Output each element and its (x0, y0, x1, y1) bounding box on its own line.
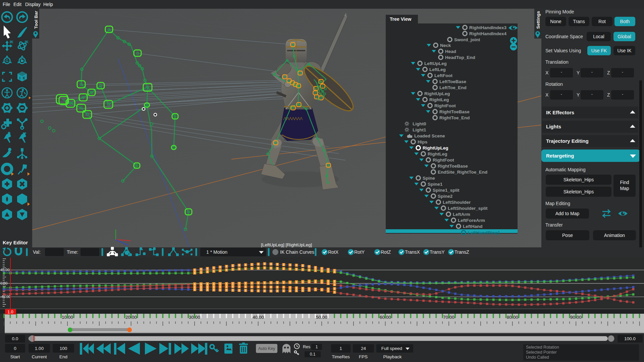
svg-text:Both: Both (620, 19, 630, 24)
svg-text:FPS: FPS (359, 354, 368, 359)
svg-text:EndSite_RightToe_End: EndSite_RightToe_End (438, 170, 487, 175)
svg-text:[LeftUpLeg] [RightUpLeg]: [LeftUpLeg] [RightUpLeg] (261, 242, 312, 247)
svg-text:-: - (622, 92, 623, 97)
svg-text:1: 1 (339, 346, 342, 351)
svg-text:Global: Global (618, 34, 631, 39)
svg-text:Lights: Lights (546, 124, 561, 129)
svg-text:Hips: Hips (418, 139, 427, 144)
svg-text:-: - (561, 92, 562, 97)
svg-text:LeftForeArm: LeftForeArm (458, 218, 485, 223)
svg-text:RotX: RotX (328, 249, 339, 255)
svg-text:RotZ: RotZ (381, 249, 391, 255)
svg-text:RightLeg: RightLeg (429, 97, 449, 102)
svg-text:Light1: Light1 (413, 127, 426, 132)
svg-text:I: I (19, 76, 20, 80)
svg-text:Translation: Translation (545, 59, 569, 65)
svg-text:LeftToe_End: LeftToe_End (439, 85, 467, 90)
svg-text:LeftToeBase: LeftToeBase (439, 79, 467, 84)
svg-text:Z: Z (607, 70, 610, 75)
svg-text:0: 0 (14, 346, 16, 351)
svg-text:LeftHandRing1: LeftHandRing1 (468, 230, 500, 235)
svg-text:RightToe_End: RightToe_End (439, 115, 470, 120)
svg-text:RightHandIndex3: RightHandIndex3 (469, 25, 506, 30)
svg-text:IK: IK (10, 40, 13, 44)
svg-text:Spine1: Spine1 (428, 182, 443, 187)
svg-text:Rotation: Rotation (545, 81, 563, 87)
svg-text:LeftArm: LeftArm (453, 212, 470, 217)
svg-text:IK: IK (25, 40, 29, 44)
svg-text:Spine: Spine (423, 176, 435, 181)
svg-text:Res: Res (303, 345, 310, 349)
svg-text:Time:: Time: (67, 249, 78, 255)
svg-text:Playback: Playback (383, 354, 402, 359)
svg-text:X: X (545, 92, 549, 98)
svg-text:RightHandIndex4: RightHandIndex4 (469, 31, 506, 36)
svg-text:60.00: 60.00 (380, 315, 391, 320)
svg-text:Selected Pointer: Selected Pointer (526, 350, 557, 355)
svg-text:Start: Start (10, 354, 20, 359)
svg-text:-45.00: -45.00 (0, 295, 10, 299)
svg-text:None: None (550, 19, 561, 24)
svg-text:RightLeg: RightLeg (428, 152, 447, 157)
svg-text:Light0: Light0 (413, 121, 426, 126)
svg-text:Key Editor: Key Editor (3, 240, 28, 245)
svg-text:40.00: 40.00 (253, 315, 264, 320)
svg-text:-: - (622, 69, 623, 74)
svg-text:1.0: 1.0 (7, 310, 13, 314)
svg-text:HeadTop_End: HeadTop_End (445, 55, 475, 60)
svg-text:RightUpLeg: RightUpLeg (424, 91, 450, 96)
svg-text:Pose: Pose (562, 233, 573, 238)
svg-text:1.00: 1.00 (35, 346, 44, 351)
svg-text:Automatic Mapping: Automatic Mapping (545, 167, 586, 172)
svg-text:G: G (6, 59, 9, 63)
svg-text:20.00: 20.00 (125, 315, 137, 320)
svg-text:K: K (23, 76, 25, 80)
svg-text:Auto Key: Auto Key (258, 346, 275, 351)
svg-text:End: End (59, 354, 67, 359)
svg-text:RightToeBase: RightToeBase (438, 164, 468, 169)
svg-text:Loaded Scene: Loaded Scene (414, 133, 445, 138)
svg-text:IK Effectors: IK Effectors (546, 110, 574, 115)
svg-text:Find: Find (620, 180, 629, 185)
svg-text:Add to Map: Add to Map (555, 211, 580, 216)
svg-text:Retargeting: Retargeting (546, 153, 574, 159)
svg-text:Edit: Edit (13, 2, 21, 7)
svg-text:LeftShoulder_split: LeftShoulder_split (448, 206, 488, 211)
svg-text:1: 1 (316, 345, 318, 349)
svg-text:Sword_joint: Sword_joint (454, 37, 480, 42)
svg-text:Tree View: Tree View (390, 16, 411, 22)
svg-text:Tool Bar: Tool Bar (34, 11, 39, 29)
svg-text:-: - (591, 92, 593, 97)
svg-text:90.00: 90.00 (570, 315, 582, 320)
svg-text:Transfer: Transfer (545, 222, 563, 228)
svg-text:RightFoot: RightFoot (434, 103, 456, 108)
svg-text:IK Chain Curves: IK Chain Curves (280, 249, 314, 255)
svg-text:Z: Z (607, 92, 610, 98)
svg-text:LeftShoulder: LeftShoulder (443, 200, 471, 205)
svg-text:Set Values Using: Set Values Using (545, 48, 581, 53)
svg-text:File: File (3, 2, 10, 7)
svg-text:30.00: 30.00 (189, 315, 200, 320)
svg-text:0.0: 0.0 (12, 336, 18, 341)
svg-text:X: X (545, 70, 549, 75)
svg-text:LeftUpLeg: LeftUpLeg (424, 61, 447, 66)
svg-text:Full speed: Full speed (381, 346, 402, 351)
svg-text:Val:: Val: (33, 249, 41, 255)
svg-text:TransY: TransY (430, 249, 445, 255)
svg-text:Selected Rotation: Selected Rotation (526, 345, 559, 350)
svg-text:RightToeBase: RightToeBase (439, 109, 470, 114)
svg-text:Map Editing: Map Editing (545, 201, 570, 206)
svg-text:Rot: Rot (598, 19, 606, 24)
svg-text:TransX: TransX (405, 249, 420, 255)
svg-text:Undo Called: Undo Called (526, 355, 549, 360)
svg-text:LeftLeg: LeftLeg (429, 67, 446, 72)
svg-text:Spine2: Spine2 (438, 194, 452, 199)
svg-text:Help: Help (43, 2, 53, 7)
svg-text:Y: Y (577, 92, 580, 98)
svg-text:Current: Current (32, 354, 47, 359)
svg-text:Use IK: Use IK (617, 48, 632, 53)
svg-text:Skeleton_Hips: Skeleton_Hips (564, 189, 594, 194)
svg-text:RightUpLeg: RightUpLeg (423, 145, 448, 150)
svg-text:Spine1_split: Spine1_split (433, 188, 460, 193)
svg-text:TimeRes: TimeRes (332, 354, 350, 359)
